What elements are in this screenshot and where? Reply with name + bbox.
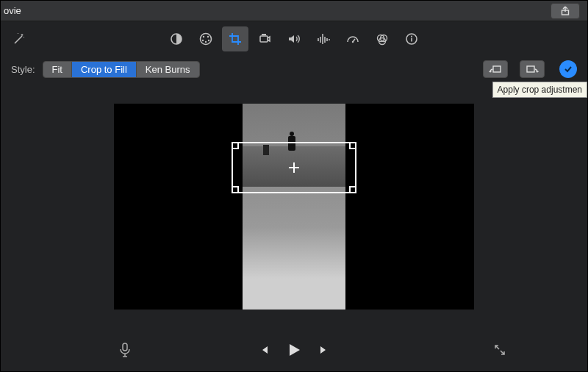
rotate-ccw-icon: [489, 64, 502, 74]
video-frame: [243, 104, 345, 310]
rotate-ccw-button[interactable]: [483, 60, 508, 78]
volume-button[interactable]: [281, 26, 307, 51]
rotate-cw-icon: [526, 64, 539, 74]
style-fit-button[interactable]: Fit: [43, 62, 72, 77]
crop-handle-bl[interactable]: [232, 186, 239, 193]
svg-point-3: [203, 36, 204, 37]
svg-point-2: [201, 34, 212, 45]
adjustment-toolbar: [1, 21, 587, 57]
fullscreen-button[interactable]: [493, 343, 506, 357]
titlebar: ovie: [1, 1, 587, 21]
previous-frame-button[interactable]: [258, 344, 270, 356]
svg-rect-9: [262, 34, 266, 35]
svg-point-15: [411, 36, 412, 37]
crop-handle-br[interactable]: [349, 186, 356, 193]
window-title: ovie: [4, 5, 21, 16]
crop-rectangle[interactable]: [232, 142, 356, 193]
video-viewport[interactable]: [114, 104, 474, 310]
info-button[interactable]: [398, 26, 425, 51]
style-label: Style:: [11, 64, 35, 75]
crop-button[interactable]: [222, 26, 248, 51]
transport-controls: [258, 342, 330, 358]
noise-reduction-button[interactable]: [310, 26, 337, 51]
svg-point-7: [205, 41, 207, 43]
crop-icon: [228, 32, 243, 46]
speaker-icon: [287, 32, 301, 46]
color-balance-button[interactable]: [163, 26, 190, 51]
voiceover-button[interactable]: [118, 342, 132, 358]
info-icon: [404, 32, 419, 46]
style-segmented-control: Fit Crop to Fill Ken Burns: [43, 61, 200, 78]
style-crop-to-fill-button[interactable]: Crop to Fill: [72, 62, 137, 77]
skip-forward-icon: [318, 344, 330, 356]
overlap-circles-icon: [375, 32, 390, 46]
rotate-cw-button[interactable]: [520, 60, 545, 78]
contrast-icon: [169, 32, 184, 46]
svg-rect-19: [123, 343, 127, 351]
crop-handle-tl[interactable]: [232, 142, 239, 149]
playback-bar: [1, 332, 587, 368]
preview-area: [1, 82, 587, 332]
magic-wand-button[interactable]: [10, 32, 29, 46]
speedometer-icon: [345, 32, 360, 46]
svg-rect-16: [411, 38, 412, 42]
apply-crop-button[interactable]: [559, 60, 577, 78]
speed-button[interactable]: [340, 26, 366, 51]
wand-icon: [12, 32, 26, 46]
play-button[interactable]: [286, 342, 302, 358]
camera-icon: [257, 32, 272, 46]
svg-point-10: [352, 41, 354, 43]
svg-rect-18: [527, 66, 534, 72]
svg-rect-8: [260, 36, 268, 42]
palette-icon: [198, 32, 213, 46]
microphone-icon: [118, 342, 132, 358]
skip-back-icon: [258, 344, 270, 356]
crop-center-crosshair: [289, 162, 299, 173]
equalizer-icon: [316, 32, 331, 46]
checkmark-icon: [563, 64, 573, 74]
svg-point-4: [207, 36, 209, 37]
svg-point-6: [208, 40, 209, 41]
share-icon: [560, 6, 570, 16]
color-filter-button[interactable]: [369, 26, 395, 51]
expand-icon: [493, 343, 506, 357]
play-icon: [286, 342, 302, 358]
crop-style-row: Style: Fit Crop to Fill Ken Burns Apply …: [1, 57, 587, 82]
svg-point-5: [202, 40, 204, 41]
share-button[interactable]: [551, 3, 580, 19]
crop-handle-tr[interactable]: [349, 142, 356, 149]
color-correction-button[interactable]: [193, 26, 219, 51]
stabilization-button[interactable]: [251, 26, 278, 51]
next-frame-button[interactable]: [318, 344, 330, 356]
svg-rect-17: [493, 66, 501, 72]
style-ken-burns-button[interactable]: Ken Burns: [137, 62, 199, 77]
